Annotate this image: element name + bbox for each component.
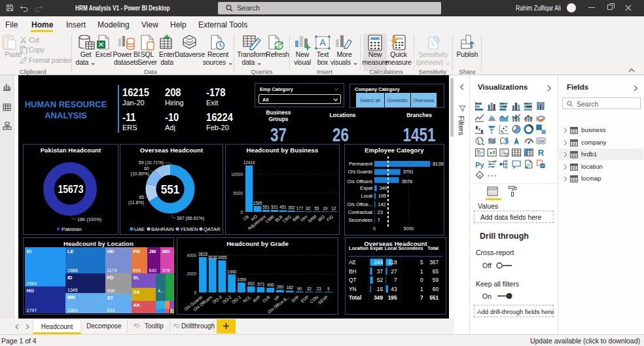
svg-text:27: 27 — [391, 268, 397, 275]
svg-text:CBG: CBG — [281, 214, 291, 223]
svg-text:A: A — [319, 37, 326, 48]
svg-text:65: 65 — [433, 268, 439, 275]
svg-text:(10.89%): (10.89%) — [131, 171, 149, 177]
svg-text:182: 182 — [286, 285, 293, 290]
svg-text:195: 195 — [388, 294, 397, 301]
svg-text:244: 244 — [374, 259, 383, 266]
svg-text:0: 0 — [240, 210, 243, 215]
svg-text:9: 9 — [327, 286, 330, 291]
svg-text:59 (10.71%): 59 (10.71%) — [139, 160, 164, 165]
svg-text:UAE: UAE — [134, 226, 145, 232]
svg-text:3638: 3638 — [208, 255, 218, 260]
svg-text:QATAR: QATAR — [204, 226, 221, 232]
svg-text:652: 652 — [247, 281, 255, 286]
svg-text:573: 573 — [257, 282, 264, 286]
svg-text:2000: 2000 — [187, 271, 197, 276]
svg-text:367: 367 — [429, 259, 438, 266]
svg-text:CLR: CLR — [261, 294, 271, 303]
svg-text:352: 352 — [288, 205, 295, 210]
svg-text:90: 90 — [297, 286, 302, 291]
svg-text:Secondees: Secondees — [348, 217, 372, 223]
svg-text:Secondees: Secondees — [399, 245, 423, 251]
svg-text:Total: Total — [349, 294, 361, 301]
svg-text:AE: AE — [349, 259, 357, 266]
svg-text:60: 60 — [144, 166, 149, 171]
svg-text:Location: Location — [349, 245, 368, 251]
svg-text:82: 82 — [306, 206, 311, 211]
svg-text:Total: Total — [427, 245, 438, 251]
svg-text:BLB: BLB — [274, 214, 283, 222]
svg-text:CB: CB — [242, 214, 249, 221]
svg-text:195: 195 — [378, 193, 386, 199]
svg-text:3578: 3578 — [402, 179, 412, 184]
svg-text:260: 260 — [277, 285, 284, 289]
svg-text:10000: 10000 — [231, 172, 243, 177]
svg-text:Py: Py — [475, 161, 484, 169]
svg-text:19: 19 — [323, 206, 328, 211]
svg-text:5000: 5000 — [404, 226, 414, 231]
svg-text:BAHRAIN: BAHRAIN — [151, 226, 174, 232]
svg-text:O/s Office...: O/s Office... — [348, 201, 372, 207]
svg-text:367 (66.61%): 367 (66.61%) — [177, 216, 204, 221]
svg-text:12419: 12419 — [243, 160, 255, 165]
svg-text:7: 7 — [394, 277, 397, 283]
svg-text:451: 451 — [279, 205, 287, 209]
svg-text:5: 5 — [420, 259, 423, 266]
svg-text:551: 551 — [429, 294, 438, 301]
svg-text:IMB: IMB — [291, 214, 300, 222]
svg-text:4000: 4000 — [187, 253, 197, 258]
svg-text:0: 0 — [194, 290, 196, 295]
svg-text:0: 0 — [420, 277, 423, 283]
svg-text:OG-2: OG-2 — [221, 294, 232, 305]
svg-text:Expat: Expat — [370, 245, 383, 251]
svg-text:349: 349 — [374, 294, 383, 301]
svg-text:118: 118 — [388, 259, 397, 266]
svg-text:SAM: SAM — [307, 214, 317, 223]
svg-text:7: 7 — [420, 294, 423, 301]
svg-text:Local: Local — [385, 245, 397, 251]
svg-text:O/s Officers: O/s Officers — [348, 179, 373, 184]
svg-text:IBG: IBG — [317, 214, 325, 222]
svg-text:3455: 3455 — [217, 255, 227, 260]
svg-text:23: 23 — [378, 209, 383, 215]
svg-text:12: 12 — [331, 206, 336, 211]
svg-text:(11.8%): (11.8%) — [128, 200, 144, 205]
svg-text:177: 177 — [296, 206, 304, 211]
svg-text:16K (100%): 16K (100%) — [77, 217, 101, 222]
svg-text:142: 142 — [378, 201, 386, 207]
svg-text:8139: 8139 — [433, 161, 443, 167]
svg-text:521: 521 — [271, 205, 278, 209]
svg-text:QT: QT — [349, 277, 357, 283]
svg-text:OG-3: OG-3 — [211, 294, 223, 305]
svg-text:5000: 5000 — [234, 191, 243, 196]
svg-text:R: R — [538, 148, 545, 158]
svg-text:1940: 1940 — [227, 269, 237, 274]
svg-text:55: 55 — [314, 206, 319, 211]
svg-text:YEMEN: YEMEN — [180, 226, 198, 232]
svg-text:SEVP: SEVP — [317, 294, 329, 305]
svg-text:OG-1: OG-1 — [231, 294, 242, 305]
svg-text:1585: 1585 — [253, 201, 262, 205]
svg-text:Pakistan: Pakistan — [62, 226, 82, 232]
svg-text:Local: Local — [361, 193, 373, 199]
svg-text:551: 551 — [262, 205, 270, 209]
svg-text:52: 52 — [377, 277, 384, 283]
svg-text:43: 43 — [391, 286, 397, 292]
svg-text:37: 37 — [377, 268, 384, 275]
svg-text:Expat: Expat — [360, 185, 372, 191]
svg-text:AVP: AVP — [252, 294, 261, 303]
svg-text:Permanent: Permanent — [349, 161, 372, 167]
svg-text:32: 32 — [307, 286, 312, 291]
svg-text:496: 496 — [267, 283, 274, 287]
svg-text:YN: YN — [349, 286, 357, 292]
svg-text:0: 0 — [373, 226, 376, 231]
svg-text:16: 16 — [377, 286, 384, 292]
svg-text:123: 123 — [538, 139, 544, 143]
svg-text:60: 60 — [433, 286, 439, 292]
svg-text:NCL: NCL — [242, 294, 252, 303]
svg-text:Contractual: Contractual — [348, 209, 373, 215]
svg-text:349: 349 — [380, 185, 387, 191]
svg-text:FIG: FIG — [325, 214, 334, 222]
svg-text:1: 1 — [420, 268, 423, 275]
svg-text:59: 59 — [433, 277, 439, 283]
